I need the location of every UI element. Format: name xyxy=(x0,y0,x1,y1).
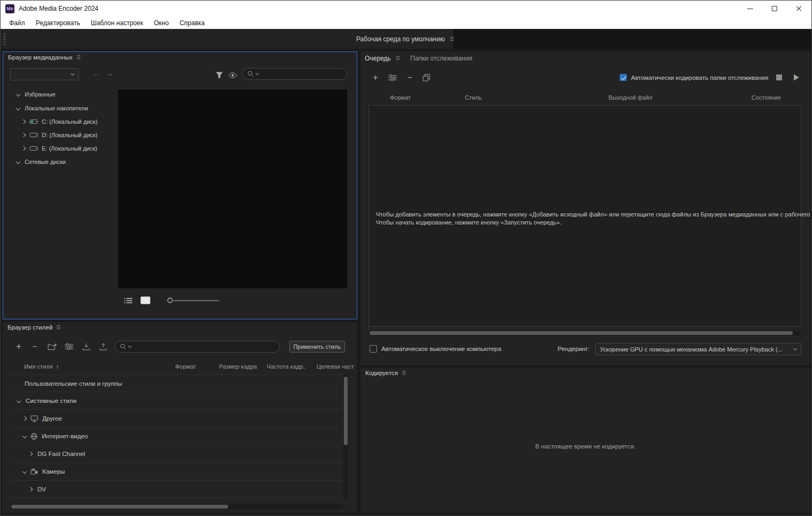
panel-menu-icon[interactable]: ☰ xyxy=(402,370,406,376)
minimize-icon xyxy=(747,9,753,9)
panel-drag-handle[interactable] xyxy=(4,33,5,45)
zoom-slider-track[interactable] xyxy=(174,300,219,301)
monitor-icon xyxy=(31,415,38,422)
menu-edit[interactable]: Редактировать xyxy=(31,19,86,27)
menu-help[interactable]: Справка xyxy=(174,19,210,27)
column-header-frame-size[interactable]: Размер кадра xyxy=(219,363,257,370)
remove-source-icon[interactable]: − xyxy=(404,72,416,84)
preset-row-user-presets[interactable]: Пользовательские стили и группы xyxy=(10,375,343,392)
preset-row-dv[interactable]: DV xyxy=(10,481,343,498)
menu-file[interactable]: Файл xyxy=(4,19,31,27)
stop-queue-icon[interactable] xyxy=(776,74,782,80)
workspace-tab[interactable]: Рабочая среда по умолчанию ☰ xyxy=(349,29,462,49)
chevron-down-icon[interactable] xyxy=(16,92,20,96)
media-search-input[interactable] xyxy=(261,71,342,77)
drive-icon xyxy=(29,118,38,125)
preset-list-horizontal-scrollbar[interactable] xyxy=(10,504,343,509)
panel-menu-icon[interactable]: ☰ xyxy=(77,55,81,60)
column-header-preset-name[interactable]: Имя стиля ↑ xyxy=(24,363,59,370)
chevron-down-icon[interactable] xyxy=(17,399,21,403)
title-bar: Me Adobe Media Encoder 2024 xyxy=(1,1,811,17)
chevron-down-icon[interactable] xyxy=(16,106,20,110)
panel-menu-icon[interactable]: ☰ xyxy=(56,325,61,330)
chevron-right-icon[interactable] xyxy=(21,133,26,137)
preset-settings-icon[interactable] xyxy=(63,341,75,353)
forward-icon[interactable]: → xyxy=(106,70,113,77)
chevron-right-icon[interactable] xyxy=(22,416,27,421)
chevron-down-icon[interactable] xyxy=(22,469,27,474)
tree-item-label: D: (Локальный диск) xyxy=(42,132,97,138)
preset-row-other[interactable]: Другое xyxy=(10,410,343,428)
preset-search-input[interactable] xyxy=(133,343,275,350)
menu-preset[interactable]: Шаблон настроек xyxy=(85,19,148,27)
add-source-icon[interactable]: + xyxy=(370,72,381,84)
scrollbar-thumb[interactable] xyxy=(11,505,228,508)
menu-bar: Файл Редактировать Шаблон настроек Окно … xyxy=(1,17,811,29)
preview-eye-icon[interactable] xyxy=(228,72,237,78)
tree-item-local-drives[interactable]: Локальные накопители xyxy=(4,102,115,114)
chevron-down-icon[interactable] xyxy=(22,434,27,438)
add-preset-icon[interactable]: + xyxy=(13,341,25,353)
thumbnail-view-icon[interactable] xyxy=(140,296,151,304)
close-button[interactable] xyxy=(787,1,811,17)
queue-horizontal-scrollbar[interactable] xyxy=(369,331,801,335)
tree-item-label: Сетевые диски xyxy=(25,159,66,165)
panel-menu-icon[interactable]: ☰ xyxy=(396,56,400,61)
preset-row-label: Пользовательские стили и группы xyxy=(25,380,122,387)
preset-row-dg-fast-channel[interactable]: DG Fast Channel xyxy=(10,445,343,463)
sort-ascending-icon: ↑ xyxy=(56,363,59,370)
column-header-format[interactable]: Формат xyxy=(175,363,196,370)
list-view-icon[interactable] xyxy=(124,297,132,304)
add-output-settings-icon[interactable] xyxy=(387,72,399,84)
workspace-menu-icon[interactable]: ☰ xyxy=(449,36,454,42)
chevron-right-icon[interactable] xyxy=(28,487,33,491)
tree-item-drive-d[interactable]: D: (Локальный диск) xyxy=(4,129,115,141)
zoom-slider-knob[interactable] xyxy=(167,297,173,303)
encoding-panel: Кодируется ☰ В настоящее время не кодиру… xyxy=(360,368,810,513)
back-icon[interactable]: ← xyxy=(93,70,100,77)
tree-item-drive-e[interactable]: E: (Локальный диск) xyxy=(4,143,115,154)
preset-row-cameras[interactable]: Камеры xyxy=(10,463,343,481)
media-search-box xyxy=(242,68,347,80)
filter-icon[interactable] xyxy=(215,71,223,79)
tree-item-favorites[interactable]: Избранные xyxy=(4,88,115,100)
scrollbar-thumb[interactable] xyxy=(370,331,793,335)
queue-drop-area[interactable]: Чтобы добавить элементы в очередь, нажми… xyxy=(369,105,801,327)
search-scope-chevron-icon[interactable] xyxy=(128,344,131,347)
tab-queue[interactable]: Очередь ☰ xyxy=(365,55,400,62)
renderer-dropdown[interactable]: Ускорение GPU с помощью механизма Adobe … xyxy=(595,343,801,355)
menu-window[interactable]: Окно xyxy=(148,19,174,27)
chevron-right-icon[interactable] xyxy=(21,119,26,124)
chevron-right-icon[interactable] xyxy=(28,452,33,456)
preset-list-vertical-scrollbar[interactable] xyxy=(343,375,348,498)
encoding-header: Кодируется ☰ xyxy=(365,370,406,376)
minimize-button[interactable] xyxy=(738,1,762,17)
import-presets-icon[interactable] xyxy=(80,341,92,353)
column-header-frame-rate[interactable]: Частота кадр.. xyxy=(267,363,306,370)
new-preset-group-icon[interactable] xyxy=(46,341,58,353)
preset-row-web-video[interactable]: Интернет-видео xyxy=(10,428,343,445)
queue-empty-hint: Чтобы начать кодирование, нажмите кнопку… xyxy=(376,219,561,226)
preset-search-box xyxy=(115,341,280,353)
panel-title: Кодируется xyxy=(365,370,398,376)
tree-item-network-drives[interactable]: Сетевые диски xyxy=(4,156,115,168)
duplicate-icon[interactable] xyxy=(420,72,432,84)
auto-encode-checkbox[interactable] xyxy=(620,74,627,81)
maximize-button[interactable] xyxy=(762,1,787,17)
chevron-right-icon[interactable] xyxy=(21,146,26,151)
export-presets-icon[interactable] xyxy=(97,341,109,353)
chevron-down-icon[interactable] xyxy=(16,160,20,164)
delete-preset-icon[interactable]: − xyxy=(29,341,41,353)
auto-shutdown-checkbox[interactable] xyxy=(370,345,377,353)
search-scope-chevron-icon[interactable] xyxy=(255,71,259,74)
scrollbar-thumb[interactable] xyxy=(344,377,348,445)
preset-row-system-presets[interactable]: Системные стили xyxy=(10,392,343,410)
media-source-dropdown[interactable] xyxy=(10,68,79,80)
tab-watch-folders[interactable]: Папки отслеживания xyxy=(410,55,472,62)
apply-preset-button[interactable]: Применить стиль xyxy=(289,341,345,353)
app-logo-icon: Me xyxy=(5,4,14,13)
start-queue-icon[interactable] xyxy=(793,74,800,81)
tree-item-drive-c[interactable]: C: (Локальный диск) xyxy=(4,116,115,128)
preset-row-label: Системные стили xyxy=(26,398,77,404)
column-header-target-rate[interactable]: Целевая част xyxy=(317,363,354,370)
